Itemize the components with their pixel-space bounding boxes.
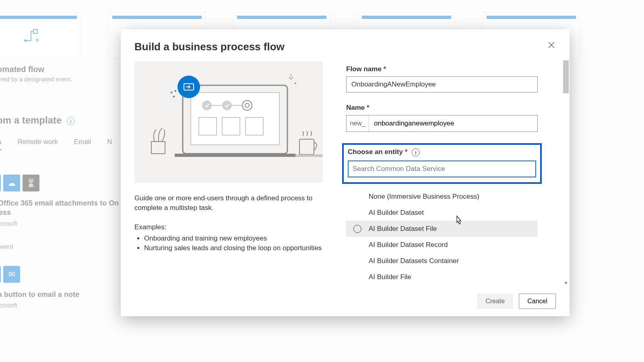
- entity-option[interactable]: AI Builder Datasets Container: [346, 253, 538, 269]
- flow-name-input[interactable]: [346, 76, 538, 93]
- svg-rect-25: [295, 154, 323, 157]
- name-prefix: new_: [347, 115, 369, 132]
- svg-point-21: [173, 96, 175, 97]
- entity-label: Choose an entity * i: [348, 148, 536, 156]
- svg-point-8: [202, 101, 212, 110]
- examples-label: Examples:: [134, 223, 323, 231]
- scroll-down-icon[interactable]: ▾: [563, 280, 569, 286]
- svg-rect-6: [175, 154, 295, 157]
- entity-option[interactable]: AI Builder Dataset Record: [346, 237, 538, 253]
- entity-option[interactable]: AI Builder File Attached Data: [346, 285, 538, 286]
- dialog-title: Build a business process flow: [121, 29, 570, 57]
- svg-rect-7: [191, 93, 279, 145]
- svg-point-22: [295, 82, 296, 84]
- entity-dropdown: None (Immersive Business Process)AI Buil…: [346, 189, 538, 286]
- svg-point-19: [171, 92, 172, 93]
- svg-point-10: [222, 101, 232, 110]
- flow-name-label: Flow name *: [346, 65, 555, 73]
- mouse-cursor: [454, 215, 462, 226]
- scrollbar-thumb[interactable]: [563, 60, 569, 93]
- name-input[interactable]: [369, 115, 537, 132]
- illustration: [134, 61, 323, 183]
- entity-search-input[interactable]: [348, 160, 536, 177]
- entity-option[interactable]: AI Builder Dataset: [346, 205, 538, 221]
- example-item: Nurturing sales leads and closing the lo…: [144, 243, 323, 253]
- name-label: Name *: [346, 104, 555, 112]
- radio-icon: [353, 225, 361, 233]
- dialog-left-pane: Guide one or more end-users through a de…: [121, 57, 334, 286]
- build-bpf-dialog: Build a business process flow: [121, 29, 570, 316]
- dialog-footer: Create Cancel: [121, 286, 570, 316]
- svg-point-20: [175, 90, 176, 92]
- svg-rect-23: [151, 142, 165, 154]
- examples-list: Onboarding and training new employees Nu…: [144, 234, 323, 253]
- dialog-right-pane: ▾ Flow name * Name * new_ Choose an ent: [334, 57, 570, 286]
- entity-option[interactable]: AI Builder Dataset File: [346, 221, 538, 237]
- entity-field-highlight: Choose an entity * i: [342, 143, 542, 184]
- svg-rect-24: [299, 139, 314, 154]
- entity-option[interactable]: AI Builder File: [346, 269, 538, 285]
- example-item: Onboarding and training new employees: [144, 234, 323, 244]
- entity-option[interactable]: None (Immersive Business Process): [346, 189, 538, 205]
- dialog-description: Guide one or more end-users through a de…: [134, 193, 323, 213]
- close-icon: [548, 41, 555, 49]
- close-button[interactable]: [548, 41, 555, 51]
- cancel-button[interactable]: Cancel: [519, 294, 556, 309]
- info-icon[interactable]: i: [412, 148, 420, 156]
- create-button[interactable]: Create: [477, 294, 513, 309]
